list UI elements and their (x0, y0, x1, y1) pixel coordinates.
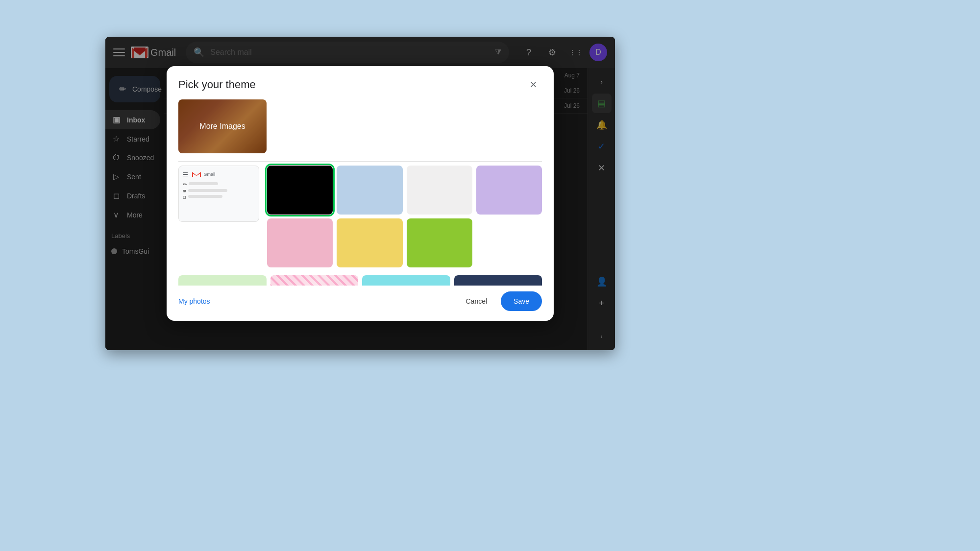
preview-compose-row: ✏ (183, 182, 255, 187)
swatch-green[interactable] (407, 218, 472, 267)
preview-hamburger-icon (183, 172, 188, 177)
swatch-cyan[interactable] (362, 275, 450, 286)
more-images-label: More Images (178, 99, 267, 153)
theme-swatches-row: Gmail ✏ ✉ ◻ (178, 166, 542, 267)
swatch-lightgreen[interactable] (178, 275, 267, 286)
swatch-lavender[interactable] (476, 166, 542, 215)
footer-actions: Cancel Save (456, 291, 542, 311)
save-button[interactable]: Save (501, 291, 542, 311)
dialog-title: Pick your theme (178, 78, 256, 91)
gmail-window: Gmail 🔍 ⧩ ? ⚙ ⋮⋮ D ✏ Compose ▣ Inbox (105, 37, 615, 350)
cancel-button[interactable]: Cancel (456, 293, 497, 309)
theme-dialog: Pick your theme ✕ More Images (167, 66, 554, 321)
more-images-card[interactable]: More Images (178, 99, 267, 153)
swatch-pink[interactable] (267, 218, 333, 267)
swatch-lightblue[interactable] (337, 166, 402, 215)
more-images-row: More Images (178, 99, 542, 153)
my-photos-button[interactable]: My photos (178, 297, 210, 305)
swatch-lightgray[interactable] (407, 166, 472, 215)
swatch-yellow[interactable] (337, 218, 402, 267)
preview-compose-icon: ✏ (183, 182, 187, 187)
swatches-row2 (178, 275, 542, 286)
preview-gmail-icon (192, 171, 201, 178)
dialog-body[interactable]: More Images Gmai (167, 99, 554, 286)
separator (178, 161, 542, 162)
swatch-navy[interactable] (454, 275, 542, 286)
swatch-pattern-pink[interactable] (270, 275, 359, 286)
preview-menu-bar: Gmail (183, 170, 255, 179)
swatch-black[interactable] (267, 166, 333, 215)
dialog-close-button[interactable]: ✕ (524, 76, 542, 94)
preview-gmail-text: Gmail (203, 172, 215, 177)
gmail-preview-card: Gmail ✏ ✉ ◻ (178, 166, 259, 222)
dialog-header: Pick your theme ✕ (167, 66, 554, 99)
swatches-grid (267, 166, 542, 267)
dialog-footer: My photos Cancel Save (167, 286, 554, 321)
